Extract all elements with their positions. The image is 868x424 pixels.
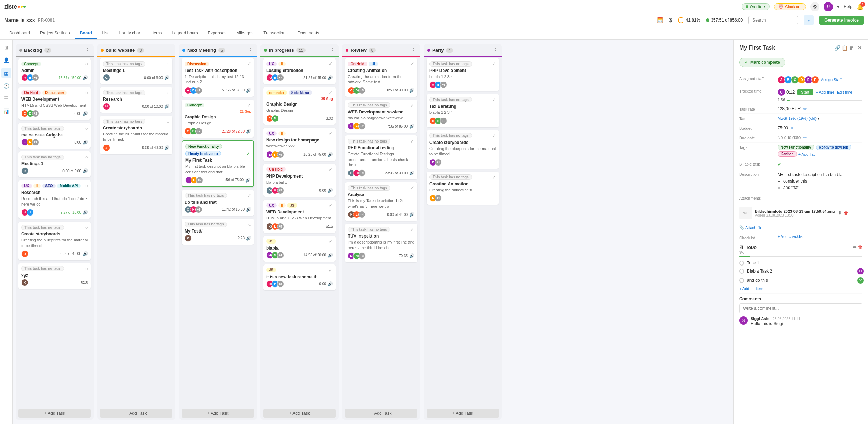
- add-task-build[interactable]: + Add Task: [100, 409, 172, 418]
- filter-button[interactable]: ⬦: [804, 15, 814, 25]
- add-task-inprogress[interactable]: + Add Task: [263, 409, 336, 418]
- card-web-dev[interactable]: On Hold Discussion ○ WEB Development HTM…: [18, 87, 91, 120]
- check-icon[interactable]: ✓: [247, 193, 251, 199]
- tag-new-functionality-detail[interactable]: New Functionality: [778, 145, 814, 150]
- tab-dashboard[interactable]: Dashboard: [4, 28, 35, 39]
- card-web-dev-sowieso[interactable]: This task has no tags ✓ WEB Development …: [345, 100, 417, 133]
- comment-input[interactable]: [739, 303, 862, 313]
- search-input[interactable]: [748, 16, 798, 24]
- check-icon[interactable]: ✓: [247, 102, 251, 108]
- due-date-edit[interactable]: ✏: [803, 135, 807, 140]
- sidebar-icon-user[interactable]: 👤: [1, 55, 11, 65]
- sidebar-icon-grid[interactable]: ⊞: [1, 43, 11, 52]
- check-icon[interactable]: ✓: [410, 227, 414, 232]
- check-circle-2[interactable]: [739, 269, 744, 274]
- check-icon[interactable]: ✓: [329, 61, 333, 67]
- start-timer-button[interactable]: Start: [797, 89, 813, 95]
- tab-mileages[interactable]: Mileages: [231, 28, 258, 39]
- card-meine[interactable]: This task has no tags ○ meine neue Aufga…: [18, 123, 91, 149]
- card-blabla[interactable]: JS ✓ blabla M N +4 14:50 of 20:00 🔊: [263, 236, 336, 262]
- add-tag-button[interactable]: + Add Tag: [798, 152, 816, 156]
- check-icon[interactable]: ✓: [410, 102, 414, 108]
- add-task-party[interactable]: + Add Task: [427, 409, 499, 418]
- dollar-icon[interactable]: $: [669, 17, 672, 23]
- calculator-icon[interactable]: 🧮: [657, 17, 664, 23]
- card-storyboards-build[interactable]: This task has no tags ○ Create storyboar…: [100, 116, 172, 154]
- tab-hourly-chart[interactable]: Hourly chart: [114, 28, 147, 39]
- check-icon[interactable]: ○: [85, 154, 88, 160]
- card-tuv[interactable]: This task has no tags ✓ TÜV Inspektion I…: [345, 224, 417, 262]
- card-losung[interactable]: UX II ✓ Lösung erarbeiten A B +7 21:27 o…: [263, 58, 336, 84]
- card-my-first-task[interactable]: New Functionality Ready to develop ✓ My …: [182, 140, 254, 187]
- card-xyz[interactable]: This task has no tags ○ xyz K 0:00: [18, 263, 91, 289]
- card-admin[interactable]: Concept ○ Admin A B +6 16:37 of 50:00 🔊: [18, 58, 91, 84]
- sidebar-icon-chart[interactable]: 📊: [1, 106, 11, 116]
- column-more-inprogress[interactable]: ⋮: [329, 47, 335, 54]
- column-more-party[interactable]: ⋮: [493, 47, 498, 54]
- add-checklist-button[interactable]: + Add checklist: [778, 234, 804, 239]
- check-icon[interactable]: ○: [167, 118, 170, 124]
- add-checklist-item-button[interactable]: + Add an item: [739, 286, 763, 291]
- detail-icon-link[interactable]: 🔗: [834, 45, 840, 51]
- tab-board[interactable]: Board: [75, 28, 97, 39]
- check-icon[interactable]: ○: [85, 90, 88, 95]
- card-research-build[interactable]: This task has no tags ○ Research H 0:00 …: [100, 87, 172, 113]
- check-icon[interactable]: ○: [85, 266, 88, 272]
- tax-chevron[interactable]: ▾: [818, 117, 819, 121]
- add-task-next[interactable]: + Add Task: [182, 409, 254, 418]
- check-icon[interactable]: ✓: [247, 61, 251, 67]
- attach-file-button[interactable]: 📎 Attach file: [739, 225, 762, 230]
- chevron-down-icon[interactable]: ▾: [837, 4, 839, 9]
- card-meetings-1[interactable]: This task has no tags ○ Meetings 1 G 0:0…: [18, 151, 91, 177]
- clock-out-button[interactable]: ⏰ Clock out: [774, 3, 806, 10]
- billable-checkbox[interactable]: ✔: [778, 161, 782, 167]
- card-web-dev-ip[interactable]: UX II JS ✓ WEB Development HTML5 and CSS…: [263, 200, 336, 233]
- check-icon[interactable]: ✓: [492, 174, 496, 180]
- tab-items[interactable]: Items: [147, 28, 167, 39]
- check-icon[interactable]: ✓: [410, 185, 414, 191]
- check-icon[interactable]: ✓: [492, 97, 496, 102]
- card-creating-animation-party[interactable]: This task has no tags ✓ Creating Animati…: [427, 172, 499, 205]
- card-do-this[interactable]: This task has no tags ✓ Do this and that…: [182, 190, 254, 216]
- mark-complete-button[interactable]: ✓ Mark complete: [739, 58, 785, 67]
- tab-expenses[interactable]: Expenses: [203, 28, 232, 39]
- add-time-link[interactable]: + Add time: [816, 90, 834, 94]
- check-icon[interactable]: ✓: [329, 130, 333, 136]
- checklist-delete-icon[interactable]: 🗑: [858, 245, 862, 250]
- check-icon[interactable]: ✓: [410, 61, 414, 67]
- check-icon[interactable]: ○: [167, 61, 170, 67]
- add-task-review[interactable]: + Add Task: [345, 409, 417, 418]
- check-icon[interactable]: ✓: [410, 138, 414, 144]
- check-icon[interactable]: ○: [85, 183, 88, 189]
- card-meetings-build[interactable]: This task has no tags ○ Meetings 1 G 0:0…: [100, 58, 172, 84]
- check-icon[interactable]: ✓: [329, 267, 333, 273]
- gear-icon[interactable]: ⚙: [810, 2, 819, 11]
- budget-edit[interactable]: ✏: [791, 126, 794, 130]
- edit-time-link[interactable]: Edit time: [837, 90, 852, 94]
- card-php-dev-party[interactable]: This task has no tags ✓ PHP Development …: [427, 58, 499, 91]
- card-storyboards-backlog[interactable]: This task has no tags ○ Create storyboar…: [18, 222, 91, 260]
- help-label[interactable]: Help: [844, 4, 852, 9]
- generate-invoice-button[interactable]: Generate Invoice: [819, 16, 864, 25]
- check-icon[interactable]: ○: [85, 224, 88, 230]
- avatar[interactable]: U: [824, 2, 833, 11]
- column-more-review[interactable]: ⋮: [411, 47, 417, 54]
- check-icon[interactable]: ○: [85, 125, 88, 131]
- on-site-badge[interactable]: On-site ▾: [742, 3, 770, 10]
- column-more-backlog[interactable]: ⋮: [84, 47, 90, 54]
- tab-documents[interactable]: Documents: [293, 28, 324, 39]
- detail-icon-copy[interactable]: 📋: [842, 45, 848, 51]
- add-task-backlog[interactable]: + Add Task: [18, 409, 91, 418]
- check-icon[interactable]: ✓: [329, 202, 333, 208]
- tax-select[interactable]: MwSt 19% (19%) (old): [778, 116, 817, 121]
- card-test-task[interactable]: Discussion ✓ Test Task with description …: [182, 58, 254, 97]
- check-circle-1[interactable]: [739, 261, 744, 266]
- check-icon[interactable]: ○: [85, 61, 88, 67]
- card-php-functional[interactable]: This task has no tags ✓ PHP Functional t…: [345, 135, 417, 179]
- checklist-edit-icon[interactable]: ✏: [853, 245, 857, 250]
- card-creating-animation[interactable]: On Hold UI ✓ Creating Animation Creating…: [345, 58, 417, 97]
- card-research-backlog[interactable]: UX II SEO Mobile API ○ Research Research…: [18, 180, 91, 219]
- tab-project-settings[interactable]: Project Settings: [35, 28, 75, 39]
- column-more-build[interactable]: ⋮: [166, 47, 172, 54]
- tab-logged-hours[interactable]: Logged hours: [167, 28, 203, 39]
